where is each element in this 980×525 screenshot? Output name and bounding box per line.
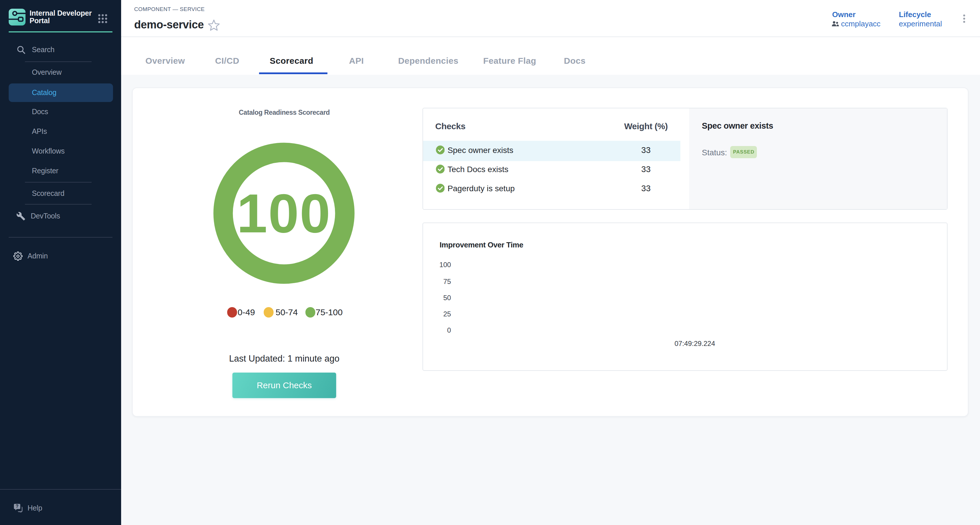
svg-text:?: ? xyxy=(16,504,19,509)
